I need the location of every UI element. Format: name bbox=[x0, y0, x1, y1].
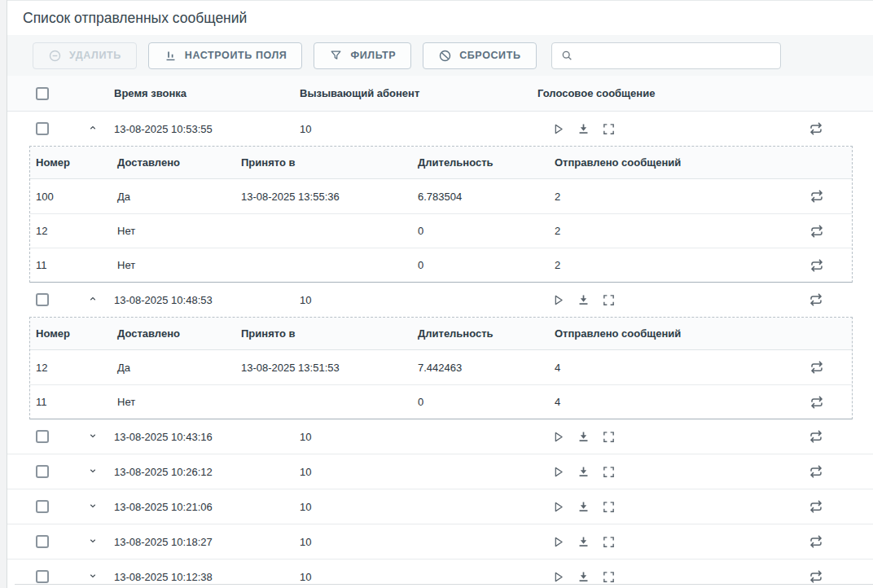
repeat-icon[interactable] bbox=[809, 429, 823, 444]
delete-button-label: УДАЛИТЬ bbox=[69, 50, 121, 61]
play-icon[interactable] bbox=[551, 465, 565, 479]
chevron-down-icon[interactable] bbox=[88, 431, 98, 441]
row-checkbox[interactable] bbox=[36, 122, 49, 135]
table-row[interactable]: 13-08-2025 10:48:53 10 bbox=[7, 283, 873, 317]
download-icon[interactable] bbox=[577, 465, 590, 479]
sent-messages-panel: Список отправленных сообщений УДАЛИТЬ НА… bbox=[7, 0, 873, 588]
caller: 10 bbox=[300, 431, 537, 443]
detail-delivered: Да bbox=[117, 191, 241, 203]
detail-sent: 4 bbox=[555, 362, 796, 374]
detail-sent: 2 bbox=[555, 259, 796, 271]
download-icon[interactable] bbox=[577, 535, 590, 549]
row-checkbox[interactable] bbox=[36, 465, 49, 478]
table-row[interactable]: 13-08-2025 10:18:27 10 bbox=[7, 524, 873, 559]
row-checkbox[interactable] bbox=[36, 500, 49, 513]
repeat-icon[interactable] bbox=[809, 534, 823, 549]
download-icon[interactable] bbox=[577, 293, 590, 307]
caller: 10 bbox=[300, 294, 537, 306]
panel-bottom-gap bbox=[15, 585, 873, 588]
search-input[interactable] bbox=[580, 49, 772, 63]
play-icon[interactable] bbox=[551, 535, 565, 549]
select-all-checkbox[interactable] bbox=[36, 87, 49, 100]
detail-delivered: Нет bbox=[117, 259, 241, 271]
expand-icon[interactable] bbox=[602, 430, 616, 444]
repeat-icon[interactable] bbox=[809, 258, 824, 273]
detail-duration: 0 bbox=[418, 225, 555, 237]
download-icon[interactable] bbox=[577, 122, 590, 136]
table-row[interactable]: 13-08-2025 10:43:16 10 bbox=[7, 419, 873, 454]
chevron-down-icon[interactable] bbox=[88, 536, 98, 546]
row-checkbox[interactable] bbox=[36, 430, 49, 443]
detail-column-sent: Отправлено сообщений bbox=[555, 327, 796, 340]
repeat-icon[interactable] bbox=[809, 121, 823, 136]
download-icon[interactable] bbox=[577, 500, 590, 514]
play-icon[interactable] bbox=[551, 293, 565, 307]
repeat-icon[interactable] bbox=[809, 464, 823, 479]
table-row[interactable]: 13-08-2025 10:53:55 10 bbox=[7, 112, 873, 146]
repeat-icon[interactable] bbox=[809, 292, 823, 307]
reset-button-label: СБРОСИТЬ bbox=[459, 50, 520, 61]
configure-fields-button[interactable]: НАСТРОИТЬ ПОЛЯ bbox=[148, 42, 303, 69]
detail-duration: 7.442463 bbox=[418, 362, 555, 374]
table-row[interactable]: 13-08-2025 10:21:06 10 bbox=[7, 489, 873, 524]
repeat-icon[interactable] bbox=[809, 189, 824, 204]
call-time: 13-08-2025 10:26:12 bbox=[114, 466, 300, 478]
repeat-icon[interactable] bbox=[809, 395, 824, 410]
toolbar: УДАЛИТЬ НАСТРОИТЬ ПОЛЯ ФИЛЬТР СБРОСИТЬ bbox=[7, 35, 873, 76]
download-icon[interactable] bbox=[577, 430, 590, 444]
expand-icon[interactable] bbox=[602, 122, 616, 136]
column-bars-icon bbox=[164, 49, 178, 63]
expand-icon[interactable] bbox=[602, 293, 616, 307]
reset-button[interactable]: СБРОСИТЬ bbox=[423, 42, 536, 69]
detail-number: 12 bbox=[36, 225, 117, 237]
play-icon[interactable] bbox=[551, 122, 565, 136]
row-checkbox[interactable] bbox=[36, 570, 49, 583]
row-checkbox[interactable] bbox=[36, 293, 49, 306]
repeat-icon[interactable] bbox=[809, 499, 823, 514]
download-icon[interactable] bbox=[577, 570, 590, 584]
play-icon[interactable] bbox=[551, 570, 565, 584]
chevron-down-icon[interactable] bbox=[88, 501, 98, 511]
expand-icon[interactable] bbox=[602, 570, 616, 584]
detail-row[interactable]: 12 Да 13-08-2025 13:51:53 7.442463 4 bbox=[30, 350, 852, 384]
expand-icon[interactable] bbox=[602, 465, 616, 479]
left-panel-edge bbox=[0, 0, 7, 588]
play-icon[interactable] bbox=[551, 430, 565, 444]
repeat-icon[interactable] bbox=[809, 360, 824, 375]
caller: 10 bbox=[300, 571, 537, 583]
detail-row[interactable]: 11 Нет 0 4 bbox=[30, 384, 852, 419]
funnel-icon bbox=[329, 49, 343, 63]
table-row[interactable]: 13-08-2025 10:26:12 10 bbox=[7, 454, 873, 489]
repeat-icon[interactable] bbox=[809, 224, 824, 239]
repeat-icon[interactable] bbox=[809, 569, 823, 584]
expand-icon[interactable] bbox=[602, 535, 616, 549]
chevron-up-icon[interactable] bbox=[88, 294, 98, 304]
detail-row[interactable]: 12 Нет 0 2 bbox=[30, 213, 852, 248]
call-time: 13-08-2025 10:18:27 bbox=[114, 536, 300, 548]
filter-button[interactable]: ФИЛЬТР bbox=[314, 42, 411, 69]
ban-circle-icon bbox=[438, 49, 452, 63]
details-header: Номер Доставлено Принято в Длительность … bbox=[30, 318, 852, 350]
search-box[interactable] bbox=[551, 42, 781, 69]
column-header-caller: Вызывающий абонент bbox=[300, 87, 537, 99]
chevron-down-icon[interactable] bbox=[88, 571, 98, 581]
detail-column-accepted: Принято в bbox=[241, 156, 418, 169]
call-time: 13-08-2025 10:21:06 bbox=[114, 501, 300, 513]
delete-button[interactable]: УДАЛИТЬ bbox=[33, 42, 137, 69]
chevron-down-icon[interactable] bbox=[88, 466, 98, 476]
detail-number: 11 bbox=[36, 396, 117, 408]
details-table: Номер Доставлено Принято в Длительность … bbox=[29, 317, 853, 419]
detail-duration: 0 bbox=[418, 259, 555, 271]
detail-row[interactable]: 100 Да 13-08-2025 13:55:36 6.783504 2 bbox=[30, 179, 852, 213]
caller: 10 bbox=[300, 123, 537, 135]
detail-number: 100 bbox=[36, 191, 117, 203]
play-icon[interactable] bbox=[551, 500, 565, 514]
search-icon bbox=[560, 49, 573, 62]
expand-icon[interactable] bbox=[602, 500, 616, 514]
detail-column-sent: Отправлено сообщений bbox=[555, 156, 796, 169]
chevron-up-icon[interactable] bbox=[88, 123, 98, 133]
row-checkbox[interactable] bbox=[36, 535, 49, 548]
detail-row[interactable]: 11 Нет 0 2 bbox=[30, 248, 852, 282]
call-time: 13-08-2025 10:48:53 bbox=[114, 294, 300, 306]
call-time: 13-08-2025 10:43:16 bbox=[114, 431, 300, 443]
